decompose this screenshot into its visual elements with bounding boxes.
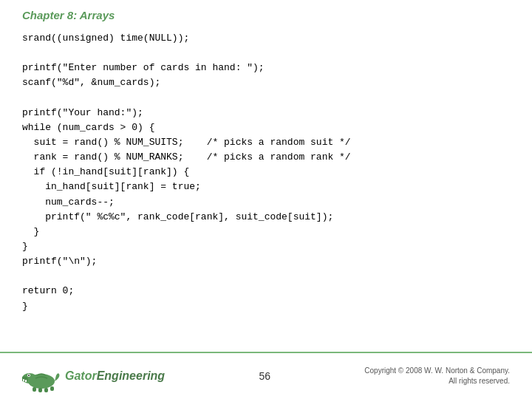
svg-rect-10 (25, 380, 27, 382)
copyright-line2: All rights reserved. (449, 377, 510, 385)
logo-engineering: Engineering (97, 369, 165, 382)
code-block: srand((unsigned) time(NULL)); printf("En… (22, 31, 510, 314)
svg-rect-9 (23, 379, 24, 381)
footer: GatorEngineering 56 Copyright © 2008 W. … (0, 353, 532, 399)
header: Chapter 8: Arrays (0, 0, 532, 27)
code-text: srand((unsigned) time(NULL)); printf("En… (22, 33, 351, 312)
copyright-text: Copyright © 2008 W. W. Norton & Company.… (364, 366, 510, 386)
chapter-title: Chapter 8: Arrays (22, 9, 115, 21)
content-area: srand((unsigned) time(NULL)); printf("En… (0, 27, 532, 352)
copyright-line1: Copyright © 2008 W. W. Norton & Company. (364, 366, 510, 375)
svg-rect-7 (44, 388, 48, 392)
svg-rect-5 (33, 387, 36, 392)
page-number: 56 (165, 370, 364, 382)
svg-point-4 (28, 375, 30, 376)
gator-icon (22, 359, 61, 393)
svg-rect-8 (50, 386, 54, 391)
svg-rect-6 (38, 388, 42, 392)
page: Chapter 8: Arrays srand((unsigned) time(… (0, 0, 532, 399)
logo-gator: Gator (65, 369, 97, 382)
logo-container: GatorEngineering (22, 359, 165, 393)
logo-text: GatorEngineering (65, 369, 165, 383)
